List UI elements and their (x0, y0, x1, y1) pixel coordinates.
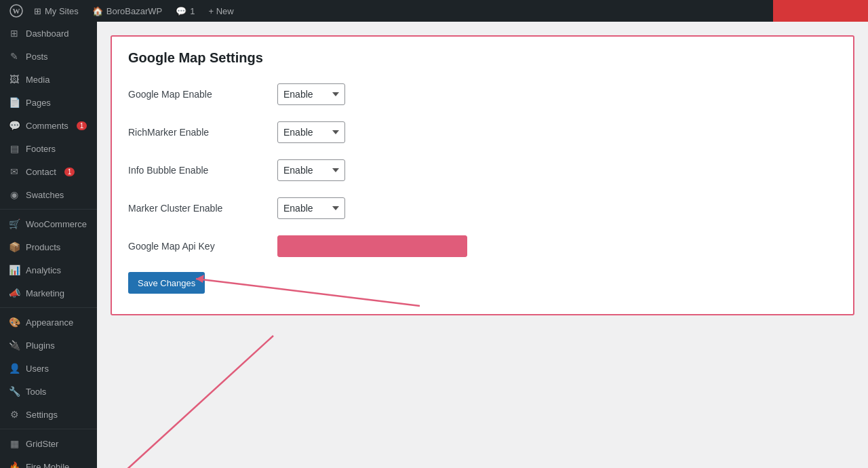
info-bubble-enable-control: Enable Disable (277, 159, 837, 181)
sidebar-item-firemobile[interactable]: 🔥 Fire Mobile (0, 455, 97, 468)
adminbar-right-widget (773, 0, 868, 22)
save-row: Save Changes (128, 272, 837, 294)
admin-bar: W ⊞ My Sites 🏠 BoroBazarWP 💬 1 + New (0, 0, 868, 22)
my-sites-icon: ⊞ (34, 6, 41, 16)
marker-cluster-enable-select[interactable]: Enable Disable (277, 197, 345, 219)
info-bubble-enable-row: Info Bubble Enable Enable Disable (128, 158, 837, 182)
sidebar-item-label: Contact (26, 167, 56, 177)
sidebar-item-label: WooCommerce (26, 219, 87, 229)
woocommerce-icon: 🛒 (8, 218, 20, 230)
products-icon: 📦 (8, 241, 20, 253)
footers-icon: ▤ (8, 142, 20, 155)
sidebar-item-marketing[interactable]: 📣 Marketing (0, 281, 97, 305)
users-icon: 👤 (8, 362, 20, 374)
svg-text:W: W (13, 7, 20, 15)
google-map-api-key-label: Google Map Api Key (128, 241, 277, 252)
swatches-icon: ◉ (8, 189, 20, 201)
sidebar-item-label: GridSter (26, 439, 58, 449)
appearance-icon: 🎨 (8, 316, 20, 328)
contact-icon: ✉ (8, 165, 20, 178)
google-map-api-key-input[interactable] (277, 235, 467, 257)
sidebar-item-label: Settings (26, 410, 58, 420)
richmarker-enable-control: Enable Disable (277, 121, 837, 143)
sidebar-item-settings[interactable]: ⚙ Settings (0, 403, 97, 426)
sidebar-item-label: Footers (26, 144, 56, 154)
main-content: Google Map Settings Google Map Enable En… (97, 22, 868, 468)
sidebar-item-label: Appearance (26, 317, 73, 328)
sidebar-item-label: Products (26, 242, 60, 252)
sidebar-item-pages[interactable]: 📄 Pages (0, 91, 97, 114)
sidebar-item-products[interactable]: 📦 Products (0, 235, 97, 258)
menu-separator-2 (0, 307, 97, 308)
sidebar-item-label: Pages (26, 98, 51, 108)
new-content-menu[interactable]: + New (201, 0, 240, 22)
new-label: + New (208, 6, 233, 16)
gridster-icon: ▦ (8, 437, 20, 450)
sidebar-item-woocommerce[interactable]: 🛒 WooCommerce (0, 212, 97, 235)
my-sites-menu[interactable]: ⊞ My Sites (27, 0, 85, 22)
google-map-api-key-row: Google Map Api Key (128, 234, 837, 258)
comments-icon: 💬 (176, 6, 186, 16)
dashboard-icon: ⊞ (8, 27, 20, 39)
google-map-enable-control: Enable Disable (277, 83, 837, 105)
comments-menu[interactable]: 💬 1 (169, 0, 201, 22)
sidebar-item-plugins[interactable]: 🔌 Plugins (0, 334, 97, 357)
info-bubble-enable-label: Info Bubble Enable (128, 165, 277, 176)
sidebar-item-gridster[interactable]: ▦ GridSter (0, 432, 97, 455)
annotation-area (111, 315, 854, 468)
sidebar: ⊞ Dashboard ✎ Posts 🖼 Media 📄 Pages 💬 Co… (0, 22, 97, 468)
pages-icon: 📄 (8, 96, 20, 109)
sidebar-item-dashboard[interactable]: ⊞ Dashboard (0, 22, 97, 45)
comments-badge: 1 (77, 121, 87, 130)
sidebar-item-posts[interactable]: ✎ Posts (0, 45, 97, 68)
arrow-annotation-2 (111, 315, 854, 468)
svg-line-4 (117, 336, 273, 468)
richmarker-enable-select[interactable]: Enable Disable (277, 121, 345, 143)
page-title: Google Map Settings (128, 50, 837, 66)
richmarker-enable-label: RichMarker Enable (128, 127, 277, 138)
sidebar-item-analytics[interactable]: 📊 Analytics (0, 258, 97, 281)
save-changes-button[interactable]: Save Changes (128, 272, 205, 294)
sidebar-item-swatches[interactable]: ◉ Swatches (0, 183, 97, 206)
sidebar-item-label: Media (26, 75, 50, 85)
richmarker-enable-row: RichMarker Enable Enable Disable (128, 120, 837, 144)
menu-separator-1 (0, 209, 97, 210)
marker-cluster-enable-row: Marker Cluster Enable Enable Disable (128, 196, 837, 220)
analytics-icon: 📊 (8, 264, 20, 276)
site-icon: 🏠 (92, 6, 103, 16)
firemobile-icon: 🔥 (8, 461, 20, 468)
sidebar-item-label: Comments (26, 121, 68, 131)
sidebar-item-comments[interactable]: 💬 Comments 1 (0, 114, 97, 137)
sidebar-item-users[interactable]: 👤 Users (0, 357, 97, 380)
sidebar-item-tools[interactable]: 🔧 Tools (0, 380, 97, 403)
sidebar-item-media[interactable]: 🖼 Media (0, 68, 97, 91)
settings-icon: ⚙ (8, 408, 20, 421)
comments-count: 1 (190, 6, 195, 16)
sidebar-item-appearance[interactable]: 🎨 Appearance (0, 311, 97, 334)
site-name-menu[interactable]: 🏠 BoroBazarWP (85, 0, 169, 22)
site-name-label: BoroBazarWP (106, 6, 162, 16)
menu-separator-3 (0, 429, 97, 429)
sidebar-item-contact[interactable]: ✉ Contact 1 (0, 160, 97, 183)
contact-badge: 1 (64, 168, 75, 176)
posts-icon: ✎ (8, 50, 20, 62)
sidebar-item-label: Dashboard (26, 28, 69, 39)
sidebar-item-label: Tools (26, 387, 46, 397)
marker-cluster-enable-control: Enable Disable (277, 197, 837, 219)
plugins-icon: 🔌 (8, 339, 20, 351)
sidebar-item-label: Posts (26, 52, 48, 62)
marketing-icon: 📣 (8, 287, 20, 299)
sidebar-item-label: Fire Mobile (26, 462, 69, 469)
sidebar-item-label: Analytics (26, 265, 61, 275)
comments-icon: 💬 (8, 119, 20, 132)
google-map-enable-label: Google Map Enable (128, 89, 277, 100)
my-sites-label: My Sites (45, 6, 79, 16)
sidebar-item-label: Marketing (26, 288, 64, 298)
settings-panel: Google Map Settings Google Map Enable En… (111, 35, 854, 315)
sidebar-item-footers[interactable]: ▤ Footers (0, 137, 97, 160)
sidebar-item-label: Swatches (26, 190, 64, 200)
tools-icon: 🔧 (8, 385, 20, 397)
info-bubble-enable-select[interactable]: Enable Disable (277, 159, 345, 181)
google-map-enable-select[interactable]: Enable Disable (277, 83, 345, 105)
wp-logo[interactable]: W (5, 0, 27, 22)
